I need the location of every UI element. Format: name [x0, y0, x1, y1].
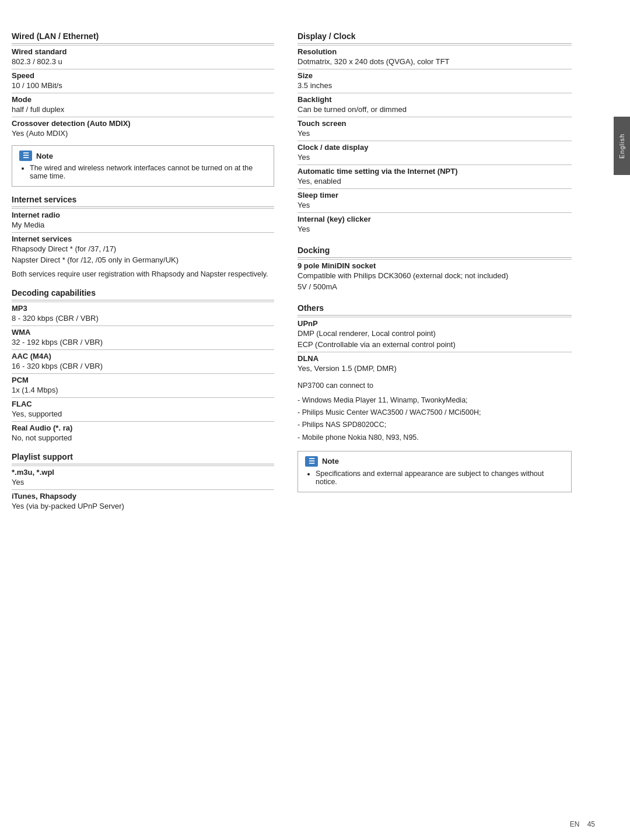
- auto-time-value: Yes, enabled: [298, 176, 572, 187]
- wired-lan-title: Wired (LAN / Ethernet): [12, 32, 274, 41]
- np3700-item-0: Windows Media Player 11, Winamp, TwonkyM…: [298, 394, 572, 407]
- upnp-value-dmp: DMP (Local renderer, Local control point…: [298, 328, 572, 340]
- dlna-value: Yes, Version 1.5 (DMP, DMR): [298, 363, 572, 374]
- sleep-timer-value: Yes: [298, 200, 572, 211]
- internet-radio-value: My Media: [12, 220, 274, 231]
- note-list-2: Specifications and external appearance a…: [305, 470, 564, 486]
- pole-mindin-header: 9 pole MiniDIN socket: [298, 259, 572, 271]
- note-box-1: ☰ Note The wired and wireless network in…: [12, 145, 274, 187]
- np3700-item-1: Philips Music Center WAC3500 / WAC7500 /…: [298, 407, 572, 419]
- note-item-1-0: The wired and wireless network interface…: [30, 164, 267, 180]
- np3700-item-3: Mobile phone Nokia N80, N93, N95.: [298, 432, 572, 444]
- pole-mindin-value: Compatible with Philips DCK3060 (externa…: [298, 271, 572, 282]
- wma-value: 32 - 192 kbps (CBR / VBR): [12, 337, 274, 348]
- internet-services-value-2: Napster Direct * (for /12, /05 only in G…: [12, 255, 274, 266]
- m3u-header: *.m3u, *.wpl: [12, 466, 274, 477]
- mode-header: Mode: [12, 93, 274, 104]
- docking-title: Docking: [298, 246, 572, 255]
- speed-value: 10 / 100 MBit/s: [12, 80, 274, 92]
- key-clicker-header: Internal (key) clicker: [298, 212, 572, 224]
- itunes-value: Yes (via by-packed UPnP Server): [12, 501, 274, 512]
- display-clock-title: Display / Clock: [298, 32, 572, 41]
- internet-services-body: Both services require user registration …: [12, 269, 274, 280]
- divider-wired: [12, 43, 274, 44]
- divider-playlist: [12, 464, 274, 464]
- footer-page: 45: [587, 820, 595, 828]
- side-tab: English: [614, 117, 630, 175]
- backlight-value: Can be turned on/off, or dimmed: [298, 104, 572, 116]
- resolution-value: Dotmatrix, 320 x 240 dots (QVGA), color …: [298, 57, 572, 68]
- itunes-header: iTunes, Rhapsody: [12, 489, 274, 501]
- flac-header: FLAC: [12, 397, 274, 409]
- divider-display: [298, 43, 572, 44]
- internet-services-sub-header: Internet services: [12, 232, 274, 244]
- speed-header: Speed: [12, 69, 274, 80]
- clock-date-value: Yes: [298, 152, 572, 163]
- mode-value: half / full duplex: [12, 104, 274, 116]
- pcm-header: PCM: [12, 373, 274, 385]
- wired-standard-header: Wired standard: [12, 45, 274, 57]
- crossover-header: Crossover detection (Auto MDIX): [12, 117, 274, 128]
- upnp-header: UPnP: [298, 317, 572, 328]
- wma-header: WMA: [12, 326, 274, 337]
- upnp-value-ecp: ECP (Controllable via an external contro…: [298, 340, 572, 351]
- resolution-header: Resolution: [298, 45, 572, 57]
- m3u-value: Yes: [12, 477, 274, 488]
- flac-value: Yes, supported: [12, 409, 274, 420]
- clock-date-header: Clock / date display: [298, 141, 572, 152]
- divider-others: [298, 315, 572, 316]
- pole-mindin-value2: 5V / 500mA: [298, 282, 572, 293]
- internet-services-title: Internet services: [12, 195, 274, 204]
- left-column: Wired (LAN / Ethernet) Wired standard 80…: [12, 18, 292, 822]
- playlist-title: Playlist support: [12, 452, 274, 461]
- footer-label: EN: [570, 820, 580, 828]
- real-audio-header: Real Audio (*. ra): [12, 421, 274, 433]
- note-box-2: ☰ Note Specifications and external appea…: [298, 451, 572, 492]
- dlna-header: DLNA: [298, 352, 572, 363]
- touch-screen-value: Yes: [298, 128, 572, 139]
- note-icon-2: ☰: [305, 456, 318, 467]
- np3700-intro: NP3700 can connect to: [298, 380, 572, 391]
- touch-screen-header: Touch screen: [298, 117, 572, 128]
- page-footer: EN 45: [570, 820, 595, 828]
- np3700-list: Windows Media Player 11, Winamp, TwonkyM…: [298, 394, 572, 444]
- size-header: Size: [298, 69, 572, 80]
- page: Wired (LAN / Ethernet) Wired standard 80…: [0, 0, 630, 840]
- aac-value: 16 - 320 kbps (CBR / VBR): [12, 361, 274, 372]
- internet-radio-header: Internet radio: [12, 208, 274, 220]
- crossover-value: Yes (Auto MDIX): [12, 128, 274, 139]
- others-title: Others: [298, 303, 572, 313]
- right-column: Display / Clock Resolution Dotmatrix, 32…: [292, 18, 572, 822]
- note-list-1: The wired and wireless network interface…: [19, 164, 267, 180]
- mp3-header: MP3: [12, 302, 274, 313]
- decoding-title: Decoding capabilities: [12, 288, 274, 298]
- note-title-2: ☰ Note: [305, 456, 564, 467]
- pcm-value: 1x (1.4 Mbps): [12, 385, 274, 396]
- real-audio-value: No, not supported: [12, 433, 274, 444]
- divider-internet: [12, 206, 274, 207]
- key-clicker-value: Yes: [298, 224, 572, 235]
- np3700-item-2: Philips NAS SPD8020CC;: [298, 419, 572, 431]
- divider-docking: [298, 257, 572, 258]
- sleep-timer-header: Sleep timer: [298, 188, 572, 200]
- divider-decoding: [12, 300, 274, 300]
- aac-header: AAC (M4A): [12, 349, 274, 361]
- note-icon-1: ☰: [19, 150, 32, 161]
- mp3-value: 8 - 320 kbps (CBR / VBR): [12, 313, 274, 324]
- note-item-2-0: Specifications and external appearance a…: [316, 470, 564, 486]
- internet-services-value-1: Rhapsody Direct * (for /37, /17): [12, 244, 274, 255]
- size-value: 3.5 inches: [298, 80, 572, 92]
- note-title-1: ☰ Note: [19, 150, 267, 161]
- wired-standard-value: 802.3 / 802.3 u: [12, 57, 274, 68]
- auto-time-header: Automatic time setting via the Internet …: [298, 164, 572, 176]
- backlight-header: Backlight: [298, 93, 572, 104]
